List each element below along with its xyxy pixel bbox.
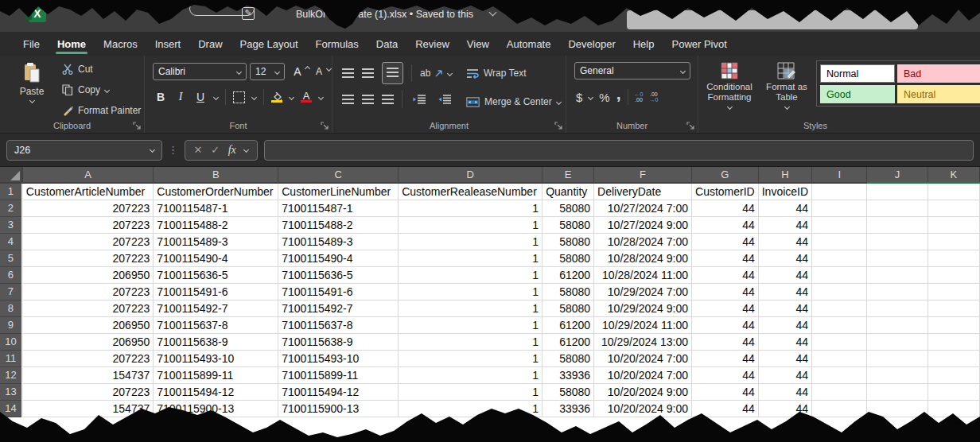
row-header-12[interactable]: 12 [0,366,22,383]
cell-G4[interactable]: 44 [692,233,759,250]
cell-B2[interactable]: 7100115487-1 [154,200,278,216]
cell-K3[interactable] [928,216,979,233]
cell-D8[interactable]: 1 [399,300,542,316]
cell-B5[interactable]: 7100115490-4 [154,250,278,266]
cell-C4[interactable]: 7100115489-3 [278,233,399,250]
cell-F8[interactable]: 10/29/2024 9:00 [594,300,692,316]
cell-I10[interactable] [812,333,867,350]
cell-D1[interactable]: CustomerRealeaseNumber [399,183,542,200]
conditional-formatting-button[interactable]: Conditional Formatting [700,62,759,109]
tab-view[interactable]: View [458,32,498,56]
cell-B4[interactable]: 7100115489-3 [154,233,278,250]
cell-C3[interactable]: 7100115488-2 [278,216,399,233]
style-chip-good[interactable]: Good [820,85,895,103]
cell-I7[interactable] [812,283,867,300]
cell-G13[interactable]: 44 [692,383,759,400]
name-box[interactable]: J26 [6,140,162,161]
cell-I13[interactable] [812,383,867,400]
cell-E1[interactable]: Quantity [542,183,594,200]
align-left-button[interactable] [342,95,354,104]
tab-page-layout[interactable]: Page Layout [231,32,307,56]
underline-button[interactable]: U [194,91,207,103]
cell-J14[interactable] [867,400,928,417]
row-header-10[interactable]: 10 [0,333,22,350]
cell-A3[interactable]: 207223 [22,216,154,233]
cell-D2[interactable]: 1 [399,200,542,216]
cell-G7[interactable]: 44 [692,283,759,300]
orientation-button[interactable]: ab [420,64,452,83]
excel-logo-icon[interactable]: X [29,5,46,22]
cell-H14[interactable]: 44 [758,400,811,417]
cell-I3[interactable] [812,216,867,233]
bold-button[interactable]: B [154,91,167,103]
wrap-text-button[interactable]: Wrap Text [466,64,527,83]
tab-file[interactable]: File [14,32,49,56]
cell-J12[interactable] [867,366,928,383]
cell-K14[interactable] [928,400,979,417]
merge-center-button[interactable]: Merge & Center [466,92,561,111]
cell-E13[interactable]: 58080 [542,383,594,400]
cell-H8[interactable]: 44 [758,300,811,316]
row-header-5[interactable]: 5 [0,250,22,266]
cell-F4[interactable]: 10/28/2024 7:00 [594,233,692,250]
cell-B8[interactable]: 7100115492-7 [154,300,278,316]
cell-G14[interactable]: 44 [692,400,759,417]
cell-A14[interactable]: 154737 [22,400,154,417]
borders-button[interactable] [233,91,245,103]
cell-C6[interactable]: 7100115636-5 [278,266,399,283]
cell-C12[interactable]: 7100115899-11 [278,366,399,383]
tab-home[interactable]: Home [49,32,95,56]
column-header-C[interactable]: C [278,167,399,183]
cell-D6[interactable]: 1 [399,266,542,283]
borders-chevron-icon[interactable] [251,94,257,99]
column-header-B[interactable]: B [154,167,278,183]
tab-data[interactable]: Data [368,32,406,56]
cell-G9[interactable]: 44 [692,316,759,333]
cell-I6[interactable] [812,266,867,283]
row-header-11[interactable]: 11 [0,350,22,366]
clipboard-dialog-launcher-icon[interactable] [133,122,141,130]
cell-B6[interactable]: 7100115636-5 [154,266,278,283]
cut-button[interactable]: Cut [62,64,93,75]
alignment-dialog-launcher-icon[interactable] [554,122,562,130]
cancel-button[interactable]: ✕ [194,144,203,156]
cell-K2[interactable] [928,200,979,216]
fill-color-button[interactable] [271,92,282,103]
cell-J10[interactable] [867,333,928,350]
cell-I8[interactable] [812,300,867,316]
cell-H7[interactable]: 44 [758,283,811,300]
cell-H5[interactable]: 44 [758,250,811,266]
cell-J5[interactable] [867,250,928,266]
cell-A8[interactable]: 207223 [22,300,154,316]
cell-I9[interactable] [812,316,867,333]
cell-A9[interactable]: 206950 [22,316,154,333]
tab-draw[interactable]: Draw [189,32,231,56]
row-header-2[interactable]: 2 [0,200,22,216]
cell-K10[interactable] [928,333,979,350]
cell-I14[interactable] [812,400,867,417]
font-size-combo[interactable]: 12 [250,63,285,80]
row-header-13[interactable]: 13 [0,383,22,400]
cell-A11[interactable]: 207223 [22,350,154,366]
cell-E2[interactable]: 58080 [542,200,594,216]
cell-E11[interactable]: 58080 [542,350,594,366]
tab-automate[interactable]: Automate [498,32,560,56]
cell-E8[interactable]: 58080 [542,300,594,316]
bottom-align-button[interactable] [382,62,403,84]
cell-G6[interactable]: 44 [692,266,759,283]
cell-I2[interactable] [812,200,867,216]
style-chip-normal[interactable]: Normal [820,64,895,83]
grow-font-button[interactable]: A [291,62,309,81]
cell-F1[interactable]: DeliveryDate [594,183,692,200]
cell-J8[interactable] [867,300,928,316]
cell-B11[interactable]: 7100115493-10 [154,350,278,366]
column-header-A[interactable]: A [22,167,154,183]
cell-F3[interactable]: 10/27/2024 9:00 [594,216,692,233]
enter-button[interactable]: ✓ [211,144,220,156]
row-header-7[interactable]: 7 [0,283,22,300]
decrease-decimal-button[interactable]: .00 →0 [649,91,658,103]
cell-C14[interactable]: 7100115900-13 [278,400,399,417]
column-header-D[interactable]: D [399,167,542,183]
tab-help[interactable]: Help [624,32,663,56]
currency-chevron-icon[interactable] [588,94,593,99]
